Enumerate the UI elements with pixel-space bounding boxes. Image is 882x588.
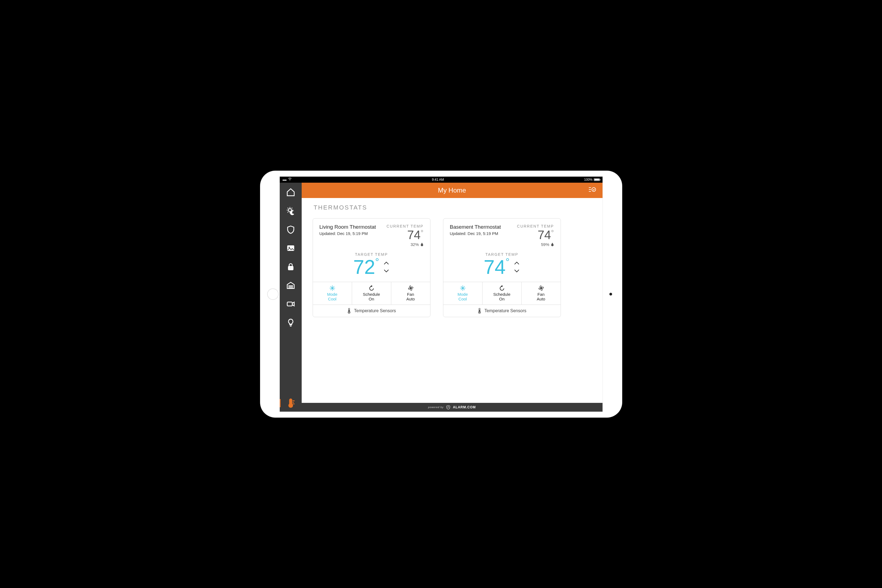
brand-label: ALARM.COM [453, 405, 476, 409]
mode-button[interactable]: Mode Cool [443, 282, 482, 304]
snowflake-icon [460, 285, 466, 291]
sidebar-item-images[interactable] [285, 242, 296, 254]
thermometer-icon [347, 308, 351, 314]
powered-by-label: powered by [428, 406, 443, 409]
temp-down-button[interactable] [383, 268, 390, 273]
sidebar-item-scenes[interactable] [285, 205, 296, 217]
schedule-icon [368, 285, 375, 291]
schedule-icon [499, 285, 505, 291]
image-icon [286, 243, 295, 253]
cellular-signal-icon [282, 178, 286, 182]
garage-icon [286, 281, 295, 290]
droplet-icon [420, 242, 424, 246]
sun-moon-icon [286, 206, 295, 216]
svg-point-0 [290, 180, 290, 180]
mode-button[interactable]: Mode Cool [313, 282, 352, 304]
fan-icon [407, 285, 414, 291]
sidebar-item-home[interactable] [285, 186, 296, 198]
battery-label: 100% [584, 178, 593, 182]
main: My Home THERMOSTATS [302, 183, 603, 412]
droplet-icon [551, 242, 554, 246]
temp-down-button[interactable] [514, 268, 520, 273]
schedules-button[interactable] [588, 186, 596, 194]
wifi-icon [288, 177, 292, 182]
svg-line-6 [287, 208, 288, 208]
sidebar-item-locks[interactable] [285, 261, 296, 273]
svg-point-13 [290, 267, 291, 268]
sensors-label: Temperature Sensors [484, 308, 526, 313]
svg-rect-17 [287, 302, 292, 306]
svg-line-9 [291, 208, 292, 208]
sidebar [280, 183, 302, 412]
humidity: 59% [517, 242, 554, 247]
schedule-list-icon [588, 186, 596, 192]
page-title: My Home [438, 186, 466, 194]
thermostat-name: Living Room Thermostat [320, 224, 376, 230]
tablet-home-button [267, 288, 279, 300]
thermostat-card: Basement Thermostat Updated: Dec 19, 5:1… [443, 218, 561, 317]
fan-button[interactable]: Fan Auto [522, 282, 560, 304]
svg-point-30 [349, 312, 350, 313]
temp-up-button[interactable] [514, 261, 520, 266]
target-temp-value: 72° [353, 257, 379, 277]
sidebar-item-video[interactable] [285, 298, 296, 310]
svg-point-37 [479, 312, 480, 313]
snowflake-icon [329, 285, 336, 291]
battery-icon [594, 178, 600, 181]
tablet-frame: 9:41 AM 100% [260, 171, 622, 417]
lightbulb-icon [286, 318, 295, 327]
fan-icon [538, 285, 544, 291]
section-heading: THERMOSTATS [314, 204, 592, 211]
sidebar-item-security[interactable] [285, 224, 296, 235]
sensors-label: Temperature Sensors [354, 308, 396, 313]
status-bar: 9:41 AM 100% [280, 177, 603, 183]
title-bar: My Home [302, 183, 603, 198]
humidity-value: 32% [410, 242, 419, 247]
temperature-sensors-button[interactable]: Temperature Sensors [443, 304, 560, 317]
current-temp-value: 74° [517, 229, 554, 241]
thermostat-updated: Updated: Dec 19, 5:19 PM [450, 231, 501, 236]
thermostat-name: Basement Thermostat [450, 224, 501, 230]
schedule-button[interactable]: Schedule On [352, 282, 391, 304]
sidebar-item-thermostats[interactable] [285, 398, 296, 409]
thermostat-cards: Living Room Thermostat Updated: Dec 19, … [313, 218, 592, 317]
lock-icon [286, 262, 295, 272]
temp-up-button[interactable] [383, 261, 390, 266]
temperature-sensors-button[interactable]: Temperature Sensors [313, 304, 430, 317]
content: THERMOSTATS Living Room Thermostat Updat… [302, 198, 603, 403]
current-temp-value: 74° [387, 229, 424, 241]
footer: powered by ALARM.COM [302, 403, 603, 412]
schedule-button[interactable]: Schedule On [482, 282, 522, 304]
sidebar-item-lights[interactable] [285, 317, 296, 328]
svg-rect-10 [287, 245, 294, 251]
status-time: 9:41 AM [432, 178, 444, 182]
thermostat-updated: Updated: Dec 19, 5:19 PM [320, 231, 376, 236]
screen: 9:41 AM 100% [279, 176, 603, 412]
svg-line-8 [287, 212, 288, 212]
thermostat-card: Living Room Thermostat Updated: Dec 19, … [313, 218, 430, 317]
svg-point-24 [592, 188, 596, 191]
thermostat-icon [286, 399, 295, 408]
current-temp-label: CURRENT TEMP [387, 224, 424, 228]
humidity: 32% [387, 242, 424, 247]
target-temp-value: 74° [484, 257, 509, 277]
app: My Home THERMOSTATS [280, 183, 603, 412]
sidebar-item-garage[interactable] [285, 280, 296, 291]
tablet-camera [609, 293, 612, 296]
home-icon [286, 188, 295, 197]
shield-icon [286, 225, 295, 234]
alarm-logo-icon [446, 405, 451, 410]
fan-button[interactable]: Fan Auto [391, 282, 430, 304]
video-icon [286, 299, 295, 309]
thermometer-icon [477, 308, 482, 314]
humidity-value: 59% [541, 242, 549, 247]
current-temp-label: CURRENT TEMP [517, 224, 554, 228]
